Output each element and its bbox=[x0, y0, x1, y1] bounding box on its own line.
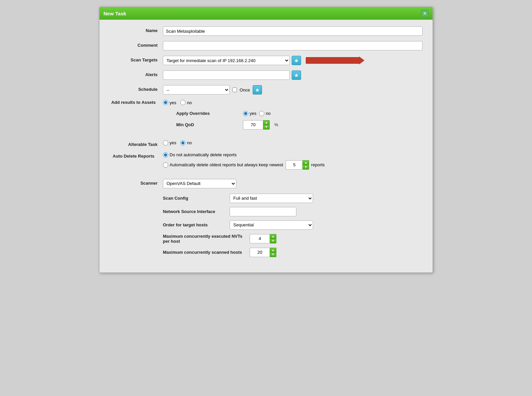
alterable-no-label[interactable]: no bbox=[180, 140, 192, 146]
alerts-label: Alerts bbox=[109, 70, 163, 77]
alerts-star-button[interactable]: ★ bbox=[292, 70, 301, 80]
alerts-row: Alerts ★ bbox=[109, 70, 423, 80]
order-select[interactable]: Sequential Random Reverse bbox=[230, 220, 313, 230]
dialog-title: New Task bbox=[103, 11, 126, 16]
auto-delete-oldest-radio[interactable] bbox=[163, 162, 168, 168]
max-nvts-spinner: ▲ ▼ bbox=[250, 234, 276, 243]
scan-config-spacer bbox=[109, 194, 163, 195]
dialog-body: Name Comment Scan Targets Target for imm… bbox=[99, 20, 433, 272]
min-qod-up-button[interactable]: ▲ bbox=[263, 120, 270, 125]
apply-overrides-subrow: Apply Overrides yes no bbox=[176, 111, 423, 116]
max-nvts-subfield: ▲ ▼ bbox=[250, 234, 276, 243]
max-nvts-subrow: Maximum concurrently executed NVTs per h… bbox=[163, 234, 423, 244]
alterable-no-radio[interactable] bbox=[180, 140, 186, 146]
apply-overrides-no-text: no bbox=[266, 111, 270, 116]
scan-config-select[interactable]: Full and fast Full and fast ultimate Ful… bbox=[230, 194, 313, 203]
max-hosts-subfield: ▲ ▼ bbox=[250, 248, 276, 257]
add-results-no-label[interactable]: no bbox=[180, 100, 192, 105]
apply-overrides-yes-label[interactable]: yes bbox=[243, 111, 256, 116]
alterable-task-field: yes no bbox=[163, 140, 423, 146]
scanner-field: OpenVAS Default CVE bbox=[163, 179, 423, 188]
name-row: Name bbox=[109, 26, 423, 36]
max-hosts-subrow: Maximum concurrently scanned hosts ▲ ▼ bbox=[163, 248, 423, 257]
network-source-subrow: Network Source Interface bbox=[163, 207, 423, 216]
keep-reports-spinner-buttons: ▲ ▼ bbox=[302, 160, 309, 170]
order-label: Order for target hosts bbox=[163, 222, 230, 227]
scan-config-field: Scan Config Full and fast Full and fast … bbox=[163, 194, 423, 257]
network-source-subfield bbox=[230, 207, 296, 216]
scanner-select[interactable]: OpenVAS Default CVE bbox=[163, 179, 236, 188]
keep-reports-up-button[interactable]: ▲ bbox=[302, 160, 309, 165]
comment-field bbox=[163, 41, 423, 50]
keep-reports-down-button[interactable]: ▼ bbox=[302, 165, 309, 170]
schedule-row: Schedule -- Daily Weekly Monthly Once ★ bbox=[109, 85, 423, 94]
no-auto-delete-label[interactable]: Do not automatically delete reports bbox=[163, 152, 237, 158]
max-hosts-input[interactable] bbox=[250, 248, 270, 257]
scan-targets-field: Target for immediate scan of IP 192.168.… bbox=[163, 56, 423, 65]
max-nvts-spinner-buttons: ▲ ▼ bbox=[270, 234, 276, 243]
scanner-row: Scanner OpenVAS Default CVE bbox=[109, 179, 423, 188]
apply-overrides-no-radio[interactable] bbox=[259, 111, 264, 116]
apply-overrides-no-label[interactable]: no bbox=[259, 111, 270, 116]
schedule-select[interactable]: -- Daily Weekly Monthly bbox=[163, 85, 230, 94]
network-source-input[interactable] bbox=[230, 207, 296, 216]
once-checkbox[interactable] bbox=[232, 87, 237, 92]
apply-overrides-spacer bbox=[109, 111, 163, 113]
name-input[interactable] bbox=[163, 26, 423, 36]
no-auto-delete-radio[interactable] bbox=[163, 152, 168, 158]
alterable-yes-radio[interactable] bbox=[163, 140, 168, 146]
no-auto-delete-text: Do not automatically delete reports bbox=[170, 152, 237, 157]
divider-1 bbox=[109, 136, 423, 140]
add-results-no-radio[interactable] bbox=[180, 100, 186, 105]
scan-targets-select[interactable]: Target for immediate scan of IP 192.168.… bbox=[163, 56, 290, 65]
comment-input[interactable] bbox=[163, 41, 423, 50]
alterable-yes-label[interactable]: yes bbox=[163, 140, 176, 146]
apply-overrides-yes-radio[interactable] bbox=[243, 111, 248, 116]
close-button[interactable]: ✕ bbox=[421, 10, 429, 17]
alerts-input[interactable] bbox=[163, 70, 290, 80]
scan-config-subrow: Scan Config Full and fast Full and fast … bbox=[163, 194, 423, 203]
max-nvts-down-button[interactable]: ▼ bbox=[270, 239, 276, 243]
schedule-star-button[interactable]: ★ bbox=[253, 85, 262, 94]
max-hosts-up-button[interactable]: ▲ bbox=[270, 248, 276, 252]
reports-label: reports bbox=[311, 162, 324, 167]
apply-overrides-subfield: yes no bbox=[243, 111, 271, 116]
order-subrow: Order for target hosts Sequential Random… bbox=[163, 220, 423, 230]
max-nvts-up-button[interactable]: ▲ bbox=[270, 234, 276, 239]
alterable-no-text: no bbox=[187, 140, 192, 145]
add-results-field: yes no bbox=[163, 100, 423, 105]
min-qod-spinner: ▲ ▼ bbox=[243, 120, 270, 130]
auto-delete-options: Do not automatically delete reports Auto… bbox=[163, 152, 325, 170]
comment-label: Comment bbox=[109, 41, 163, 48]
min-qod-label: Min QoD bbox=[176, 122, 243, 127]
min-qod-input[interactable] bbox=[243, 120, 263, 130]
min-qod-down-button[interactable]: ▼ bbox=[263, 125, 270, 130]
add-results-yes-text: yes bbox=[170, 100, 176, 105]
new-task-dialog: New Task ✕ Name Comment Scan Targets Tar… bbox=[99, 7, 433, 273]
auto-delete-option-2: Automatically delete oldest reports but … bbox=[163, 160, 325, 170]
auto-delete-oldest-label[interactable]: Automatically delete oldest reports but … bbox=[163, 162, 283, 168]
min-qod-spinner-buttons: ▲ ▼ bbox=[263, 120, 270, 130]
add-results-yes-label[interactable]: yes bbox=[163, 100, 176, 105]
max-hosts-spinner: ▲ ▼ bbox=[250, 248, 276, 257]
auto-delete-row: Auto Delete Reports Do not automatically… bbox=[109, 152, 423, 170]
min-qod-subrow: Min QoD ▲ ▼ % bbox=[176, 120, 423, 130]
max-hosts-down-button[interactable]: ▼ bbox=[270, 252, 276, 257]
max-hosts-label: Maximum concurrently scanned hosts bbox=[163, 250, 250, 255]
name-field bbox=[163, 26, 423, 36]
keep-reports-spinner: ▲ ▼ bbox=[286, 160, 309, 170]
dialog-header: New Task ✕ bbox=[99, 7, 433, 20]
keep-reports-input[interactable] bbox=[286, 160, 302, 170]
add-results-label: Add results to Assets bbox=[109, 100, 163, 106]
scan-targets-star-button[interactable]: ★ bbox=[292, 56, 301, 65]
apply-overrides-label: Apply Overrides bbox=[176, 111, 243, 116]
alterable-yes-text: yes bbox=[170, 140, 176, 145]
schedule-field: -- Daily Weekly Monthly Once ★ bbox=[163, 85, 423, 94]
add-results-yes-radio[interactable] bbox=[163, 100, 168, 105]
scan-config-row: Scan Config Full and fast Full and fast … bbox=[109, 194, 423, 257]
max-nvts-input[interactable] bbox=[250, 234, 270, 243]
auto-delete-oldest-text: Automatically delete oldest reports but … bbox=[170, 162, 283, 167]
network-source-label: Network Source Interface bbox=[163, 209, 230, 214]
order-subfield: Sequential Random Reverse bbox=[230, 220, 313, 230]
sub-section: Apply Overrides yes no bbox=[176, 111, 423, 134]
